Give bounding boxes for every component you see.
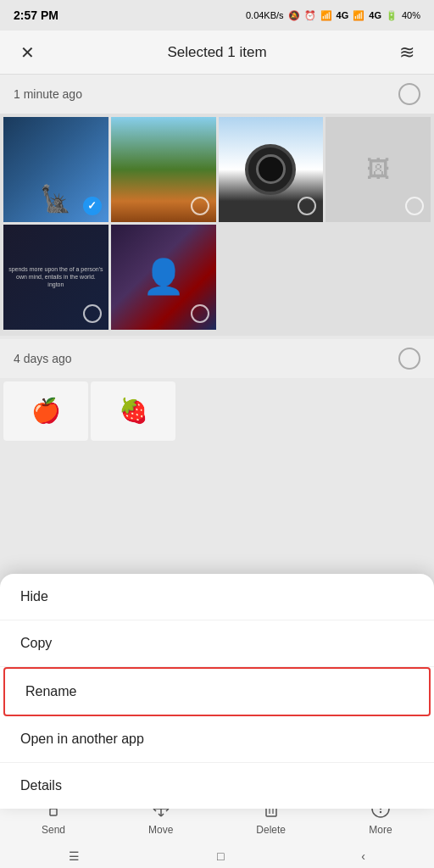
select-check-4[interactable]	[405, 197, 424, 215]
image-cell-8[interactable]	[326, 225, 431, 330]
network-speed: 0.04KB/s	[246, 10, 284, 20]
image-cell-6[interactable]: 👤	[111, 225, 216, 330]
battery-icon: 🔋	[386, 10, 398, 21]
quote-text: spends more upon the of a person's own m…	[3, 260, 108, 293]
image-grid-row1: 🖼	[3, 117, 431, 222]
delete-label: Delete	[256, 824, 286, 836]
signal-icon: 📶	[320, 10, 332, 21]
select-check-6[interactable]	[191, 304, 209, 323]
battery-level: 40%	[402, 10, 420, 20]
image-grid-row2: spends more upon the of a person's own m…	[3, 225, 431, 330]
image-cell-3[interactable]	[219, 117, 324, 222]
svg-rect-0	[50, 809, 57, 815]
sheet-item-rename[interactable]: Rename	[3, 667, 431, 716]
section-header-recent: 1 minute ago	[0, 75, 434, 114]
signal-icon2: 📶	[353, 10, 364, 21]
select-check-1[interactable]	[83, 197, 102, 215]
fruit-cell-1[interactable]: 🍎	[3, 381, 88, 441]
image-grid-section: 🖼 spends more upon the of a person's own…	[0, 114, 434, 336]
sheet-item-copy[interactable]: Copy	[0, 620, 434, 667]
filter-icon[interactable]: ≋	[393, 39, 420, 66]
select-check-5[interactable]	[83, 304, 102, 323]
fruit-row: 🍎 🍓	[0, 378, 434, 441]
more-label: More	[369, 824, 392, 836]
move-label: Move	[148, 824, 173, 836]
image-cell-7[interactable]	[219, 225, 324, 330]
select-check-3[interactable]	[298, 197, 316, 215]
placeholder-icon: 🖼	[366, 155, 390, 183]
system-home-button[interactable]: □	[217, 849, 224, 863]
section-select-recent[interactable]	[398, 83, 420, 105]
sheet-item-hide[interactable]: Hide	[0, 574, 434, 620]
section-label-recent: 1 minute ago	[14, 87, 82, 101]
system-menu-button[interactable]: ☰	[69, 849, 80, 863]
alarm-icon: ⏰	[304, 10, 316, 21]
send-label: Send	[42, 824, 65, 836]
sheet-item-details[interactable]: Details	[0, 763, 434, 809]
system-nav: ☰ □ ‹	[0, 844, 434, 868]
bottom-sheet: Hide Copy Rename Open in another app Det…	[0, 574, 434, 809]
close-button[interactable]: ✕	[14, 39, 41, 66]
svg-point-14	[380, 810, 381, 812]
4g-label2: 4G	[369, 10, 381, 20]
image-cell-2[interactable]	[111, 117, 216, 222]
system-back-button[interactable]: ‹	[361, 849, 365, 863]
status-time: 2:57 PM	[14, 8, 58, 22]
4g-label1: 4G	[337, 10, 349, 20]
image-cell-1[interactable]	[3, 117, 108, 222]
top-bar: ✕ Selected 1 item ≋	[0, 31, 434, 75]
select-check-2[interactable]	[191, 197, 209, 215]
image-cell-4[interactable]: 🖼	[326, 117, 431, 222]
section-label-older: 4 days ago	[14, 352, 72, 365]
status-icons: 0.04KB/s 🔕 ⏰ 📶 4G 📶 4G 🔋 40%	[246, 10, 420, 21]
sheet-item-open-in-app[interactable]: Open in another app	[0, 716, 434, 763]
image-cell-5[interactable]: spends more upon the of a person's own m…	[3, 225, 108, 330]
top-bar-title: Selected 1 item	[167, 44, 266, 61]
section-header-older: 4 days ago	[0, 339, 434, 378]
section-select-older[interactable]	[398, 348, 420, 370]
mute-icon: 🔕	[288, 10, 300, 21]
status-bar: 2:57 PM 0.04KB/s 🔕 ⏰ 📶 4G 📶 4G 🔋 40%	[0, 0, 434, 31]
fruit-cell-2[interactable]: 🍓	[91, 381, 175, 441]
